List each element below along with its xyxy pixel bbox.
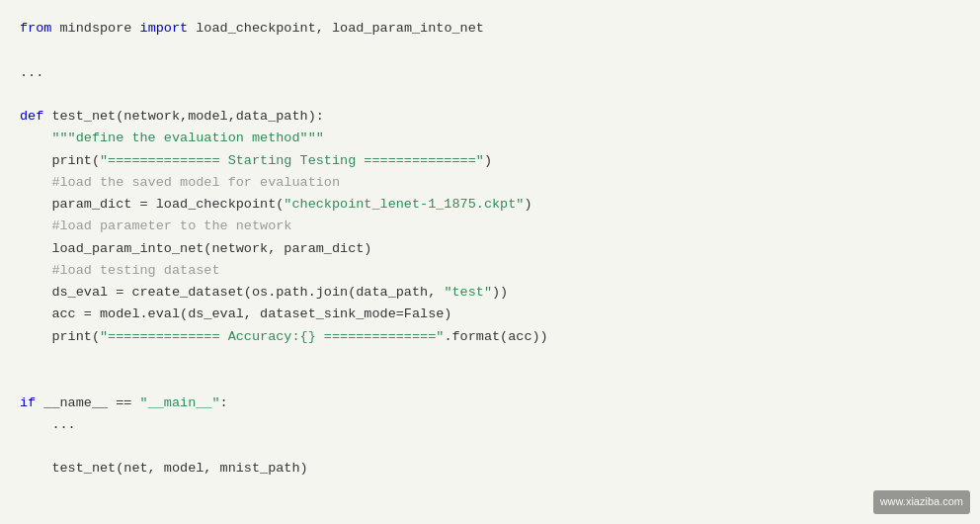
code-line-6: """define the evaluation method""" xyxy=(20,128,960,149)
code-line-2 xyxy=(20,40,960,61)
code-line-9: param_dict = load_checkpoint("checkpoint… xyxy=(20,194,960,216)
code-line-13: ds_eval = create_dataset(os.path.join(da… xyxy=(20,282,960,304)
code-line-3: ... xyxy=(20,62,960,84)
code-line-17 xyxy=(20,370,960,392)
code-line-10: #load parameter to the network xyxy=(20,216,960,237)
code-line-21: test_net(net, model, mnist_path) xyxy=(20,458,960,480)
code-line-14: acc = model.eval(ds_eval, dataset_sink_m… xyxy=(20,304,960,325)
code-line-16 xyxy=(20,348,960,370)
code-line-8: #load the saved model for evaluation xyxy=(20,172,960,194)
code-line-11: load_param_into_net(network, param_dict) xyxy=(20,238,960,260)
code-line-4 xyxy=(20,84,960,106)
code-line-5: def test_net(network,model,data_path): xyxy=(20,106,960,128)
code-editor: from mindspore import load_checkpoint, l… xyxy=(0,0,980,524)
watermark: www.xiaziba.com xyxy=(873,490,970,514)
code-line-1: from mindspore import load_checkpoint, l… xyxy=(20,18,960,40)
code-line-12: #load testing dataset xyxy=(20,260,960,282)
code-line-19: ... xyxy=(20,414,960,436)
code-line-7: print("============== Starting Testing =… xyxy=(20,150,960,172)
code-line-18: if __name__ == "__main__": xyxy=(20,393,960,414)
code-line-20 xyxy=(20,436,960,458)
code-line-15: print("============== Accuracy:{} ======… xyxy=(20,326,960,348)
